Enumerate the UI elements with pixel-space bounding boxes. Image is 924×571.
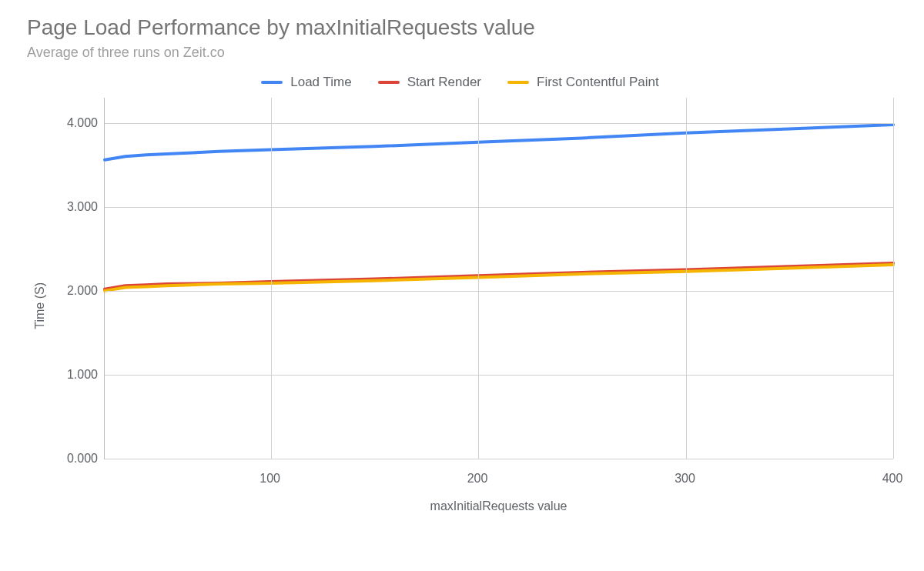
series-line <box>105 125 893 160</box>
gridline-h <box>105 123 893 124</box>
gridline-v <box>478 98 479 459</box>
y-tick-label: 4.000 <box>44 116 98 130</box>
legend-swatch <box>261 81 283 84</box>
chart-container: Page Load Performance by maxInitialReque… <box>0 0 924 571</box>
x-tick-label: 400 <box>882 472 903 486</box>
x-axis-label: maxInitialRequests value <box>104 499 893 513</box>
y-tick-label: 0.000 <box>44 452 98 466</box>
legend-item-load-time: Load Time <box>261 75 351 90</box>
y-axis-ticks: 0.0001.0002.0003.0004.000 <box>50 98 104 459</box>
y-tick-label: 3.000 <box>44 200 98 214</box>
plot-area <box>104 98 893 459</box>
chart-legend: Load Time Start Render First Contentful … <box>27 75 893 90</box>
x-tick-label: 200 <box>467 472 488 486</box>
gridline-v <box>271 98 272 459</box>
legend-item-start-render: Start Render <box>378 75 481 90</box>
x-axis: 100200300400 maxInitialRequests value <box>104 467 893 513</box>
gridline-h <box>105 207 893 208</box>
legend-item-first-contentful-paint: First Contentful Paint <box>507 75 659 90</box>
legend-label: First Contentful Paint <box>537 75 659 90</box>
legend-label: Start Render <box>407 75 481 90</box>
chart-title: Page Load Performance by maxInitialReque… <box>27 15 893 40</box>
legend-label: Load Time <box>290 75 351 90</box>
y-tick-label: 1.000 <box>44 368 98 382</box>
x-axis-ticks: 100200300400 <box>104 467 893 486</box>
legend-swatch <box>378 81 400 84</box>
gridline-h <box>105 291 893 292</box>
gridline-h <box>105 459 893 459</box>
legend-swatch <box>507 81 529 84</box>
gridline-h <box>105 375 893 376</box>
plot-outer: Time (S) 0.0001.0002.0003.0004.000 10020… <box>27 98 893 513</box>
series-line <box>105 265 893 291</box>
chart-subtitle: Average of three runs on Zeit.co <box>27 45 893 61</box>
y-tick-label: 2.000 <box>44 284 98 298</box>
chart-lines <box>105 98 893 459</box>
x-tick-label: 100 <box>259 472 280 486</box>
gridline-v <box>893 98 894 459</box>
gridline-v <box>686 98 687 459</box>
x-tick-label: 300 <box>675 472 695 486</box>
